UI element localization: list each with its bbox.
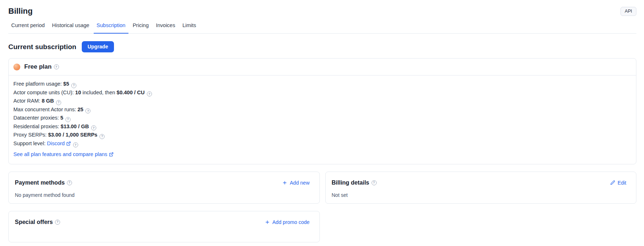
- feature-value: $3.00 / 1,000 SERPs: [48, 132, 97, 138]
- help-icon[interactable]: [71, 83, 76, 88]
- tab-current-period[interactable]: Current period: [8, 22, 48, 34]
- edit-billing-details-label: Edit: [618, 179, 626, 186]
- billing-details-title-group: Billing details: [332, 179, 377, 186]
- billing-details-card: Billing details Edit Not set: [325, 172, 637, 204]
- special-offers-title: Special offers: [15, 219, 53, 226]
- api-button[interactable]: API: [620, 7, 636, 16]
- discord-link-label: Discord: [47, 141, 65, 146]
- feature-value: $13.00 / GB: [61, 124, 89, 129]
- page-title: Billing: [8, 6, 33, 16]
- feature-label: Datacenter proxies:: [13, 115, 59, 121]
- discord-link[interactable]: Discord: [47, 141, 71, 146]
- add-promo-code-link[interactable]: Add promo code: [265, 219, 310, 226]
- current-subscription-title: Current subscription: [8, 41, 76, 52]
- feature-label: included, then: [82, 90, 115, 95]
- feature-label: Support level:: [13, 141, 46, 146]
- plan-card: Free plan Free platform usage: $5 Actor …: [8, 58, 636, 164]
- feature-row-proxy-serps: Proxy SERPs: $3.00 / 1,000 SERPs: [13, 131, 631, 139]
- feature-value: 25: [77, 107, 83, 112]
- plan-help-icon[interactable]: [54, 64, 59, 69]
- payment-methods-card: Payment methods Add new No payment metho…: [8, 172, 320, 204]
- external-link-icon: [66, 141, 71, 146]
- add-payment-method-label: Add new: [290, 179, 309, 186]
- tab-historical-usage[interactable]: Historical usage: [49, 22, 92, 34]
- help-icon[interactable]: [65, 117, 71, 122]
- help-icon[interactable]: [73, 142, 78, 147]
- billing-details-header: Billing details Edit: [332, 179, 630, 186]
- external-link-icon: [109, 152, 114, 157]
- billing-details-help-icon[interactable]: [372, 180, 377, 185]
- tab-pricing[interactable]: Pricing: [130, 22, 152, 34]
- feature-value: 10: [75, 90, 81, 95]
- tab-limits[interactable]: Limits: [179, 22, 199, 34]
- tab-invoices[interactable]: Invoices: [153, 22, 178, 34]
- billing-details-value: Not set: [332, 192, 630, 198]
- feature-value: 5: [60, 115, 63, 121]
- billing-tabs: Current period Historical usage Subscrip…: [8, 22, 636, 34]
- special-offers-header: Special offers Add promo code: [15, 219, 313, 226]
- feature-row-concurrent-runs: Max concurrent Actor runs: 25: [13, 105, 631, 114]
- help-icon[interactable]: [91, 125, 96, 130]
- feature-label: Free platform usage:: [13, 81, 62, 87]
- feature-label: Actor RAM:: [13, 98, 40, 104]
- payment-methods-title-group: Payment methods: [15, 179, 72, 186]
- tab-subscription[interactable]: Subscription: [94, 22, 128, 34]
- compare-plans-row: See all plan features and compare plans: [13, 150, 631, 159]
- compare-plans-link-label: See all plan features and compare plans: [13, 151, 107, 157]
- feature-row-compute-units: Actor compute units (CU): 10 included, t…: [13, 89, 631, 97]
- help-icon[interactable]: [147, 91, 152, 96]
- payment-methods-empty-text: No payment method found: [15, 192, 313, 198]
- help-icon[interactable]: [56, 100, 61, 105]
- secondary-cards-row: Payment methods Add new No payment metho…: [8, 172, 636, 204]
- feature-label: Proxy SERPs:: [13, 132, 47, 138]
- plan-card-body: Free platform usage: $5 Actor compute un…: [9, 75, 636, 164]
- feature-row-datacenter-proxies: Datacenter proxies: 5: [13, 114, 631, 122]
- billing-details-title: Billing details: [332, 179, 369, 186]
- special-offers-row: Special offers Add promo code: [8, 211, 636, 242]
- plan-name: Free plan: [24, 63, 52, 70]
- plan-card-header: Free plan: [9, 59, 636, 75]
- add-payment-method-link[interactable]: Add new: [282, 179, 309, 186]
- compare-plans-link[interactable]: See all plan features and compare plans: [13, 151, 114, 157]
- current-subscription-header: Current subscription Upgrade: [8, 41, 636, 52]
- feature-label: Actor compute units (CU):: [13, 90, 74, 95]
- payment-methods-title: Payment methods: [15, 179, 65, 186]
- add-promo-code-label: Add promo code: [272, 219, 310, 226]
- feature-label: Max concurrent Actor runs:: [13, 107, 76, 112]
- special-offers-card: Special offers Add promo code: [8, 211, 320, 242]
- billing-page: Billing API Current period Historical us…: [0, 0, 644, 246]
- special-offers-help-icon[interactable]: [55, 220, 60, 225]
- feature-value: 8 GB: [42, 98, 54, 104]
- feature-row-actor-ram: Actor RAM: 8 GB: [13, 97, 631, 105]
- payment-methods-header: Payment methods Add new: [15, 179, 313, 186]
- plus-icon: [282, 180, 287, 185]
- feature-row-platform-usage: Free platform usage: $5: [13, 80, 631, 89]
- feature-row-residential-proxies: Residential proxies: $13.00 / GB: [13, 122, 631, 131]
- page-header: Billing API: [8, 6, 636, 16]
- special-offers-title-group: Special offers: [15, 219, 60, 226]
- plus-icon: [265, 220, 270, 225]
- feature-value: $5: [63, 81, 69, 87]
- upgrade-button[interactable]: Upgrade: [82, 41, 114, 52]
- feature-row-support-level: Support level: Discord: [13, 139, 631, 148]
- payment-methods-help-icon[interactable]: [67, 180, 72, 185]
- feature-label: Residential proxies:: [13, 124, 59, 129]
- plan-color-dot-icon: [13, 64, 20, 70]
- help-icon[interactable]: [85, 108, 90, 113]
- pencil-icon: [610, 180, 615, 185]
- edit-billing-details-link[interactable]: Edit: [610, 179, 626, 186]
- feature-value: $0.400 / CU: [116, 90, 144, 95]
- help-icon[interactable]: [99, 134, 105, 139]
